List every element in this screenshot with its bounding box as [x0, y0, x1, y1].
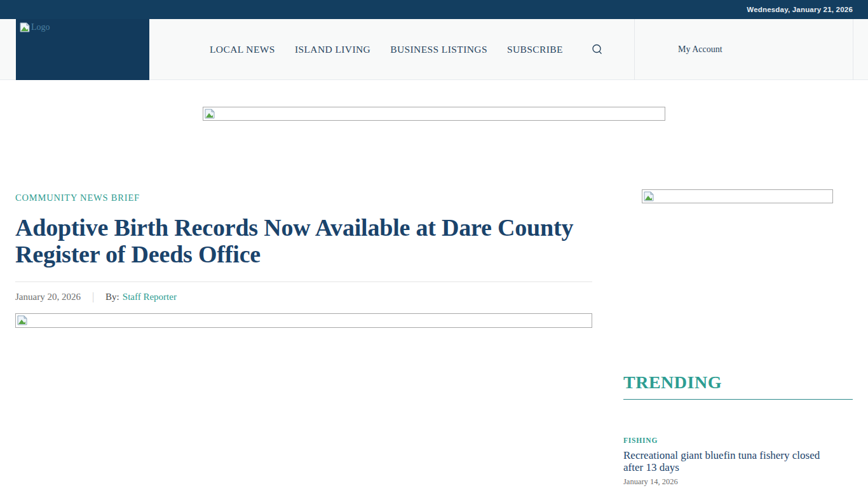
article-image-placeholder [15, 313, 592, 328]
search-button[interactable] [590, 43, 604, 57]
nav-item-subscribe[interactable]: SUBSCRIBE [507, 44, 563, 55]
nav-item-business-listings[interactable]: BUSINESS LISTINGS [390, 44, 487, 55]
trending-item: FISHING Recreational giant bluefin tuna … [623, 434, 853, 487]
account-section: My Account [634, 19, 853, 80]
top-bar: Wednesday, January 21, 2026 [0, 0, 868, 19]
article-category-link[interactable]: COMMUNITY NEWS BRIEF [15, 193, 140, 203]
article-author-link[interactable]: Staff Reporter [123, 292, 177, 302]
sidebar: TRENDING FISHING Recreational giant blue… [623, 189, 853, 487]
article-title: Adoptive Birth Records Now Available at … [15, 214, 592, 268]
search-icon [590, 43, 604, 57]
sidebar-ad-placeholder [642, 189, 833, 203]
ad-banner-placeholder [203, 107, 665, 121]
article-byline: January 20, 2026 | By: Staff Reporter [15, 291, 592, 302]
site-header: Logo LOCAL NEWS ISLAND LIVING BUSINESS L… [0, 19, 868, 80]
current-date: Wednesday, January 21, 2026 [747, 6, 853, 13]
trending-item-category-link[interactable]: FISHING [623, 437, 658, 445]
site-logo[interactable]: Logo [16, 19, 149, 80]
trending-item-date: January 14, 2026 [623, 477, 853, 487]
main-navigation: LOCAL NEWS ISLAND LIVING BUSINESS LISTIN… [210, 19, 604, 80]
page: Wednesday, January 21, 2026 Logo LOCAL N… [0, 0, 868, 488]
article-main: COMMUNITY NEWS BRIEF Adoptive Birth Reco… [15, 192, 592, 328]
trending-underline [623, 399, 853, 400]
article-date: January 20, 2026 [15, 292, 81, 302]
broken-image-icon [17, 315, 27, 325]
my-account-link[interactable]: My Account [678, 44, 722, 55]
logo-alt-text: Logo [20, 22, 50, 32]
broken-image-icon [20, 22, 30, 32]
nav-item-local-news[interactable]: LOCAL NEWS [210, 44, 275, 55]
trending-item-title-link[interactable]: Recreational giant bluefin tuna fishery … [623, 450, 827, 473]
broken-image-icon [205, 109, 215, 119]
byline-separator: | [92, 291, 94, 302]
article-divider [15, 281, 592, 282]
trending-heading: TRENDING [623, 373, 853, 392]
byline-prefix: By: [105, 292, 119, 302]
broken-image-icon [644, 191, 654, 201]
nav-item-island-living[interactable]: ISLAND LIVING [295, 44, 370, 55]
